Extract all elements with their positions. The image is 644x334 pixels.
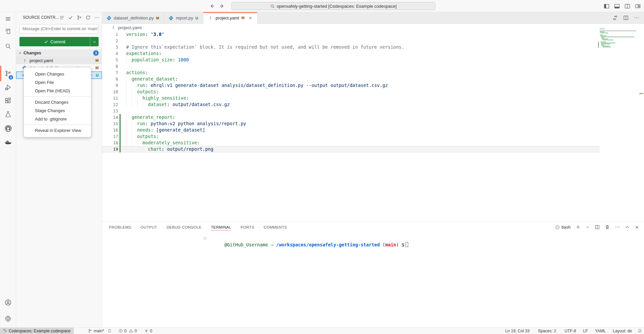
maximize-panel-icon[interactable]	[625, 225, 630, 230]
ports-count: 0	[150, 329, 152, 333]
activity-bar: 3	[0, 12, 16, 327]
command-center-search[interactable]: opensafely-getting-started [Codespaces: …	[231, 2, 435, 10]
close-panel-icon[interactable]	[635, 225, 639, 230]
code-line: 4expectations:	[102, 50, 600, 57]
file-name: project.yaml	[30, 58, 53, 63]
customize-layout-icon[interactable]	[635, 3, 641, 9]
minimap-line	[600, 31, 639, 31]
code-line: 19 chart: output/report.png	[102, 146, 600, 152]
commit-button[interactable]: Commit	[19, 37, 99, 46]
line-number: 10	[102, 89, 118, 95]
encoding-item[interactable]: UTF-8	[562, 328, 578, 334]
menu-item-discard-changes[interactable]: Discard Changes	[24, 98, 91, 106]
branch-status-item[interactable]: main*	[86, 328, 114, 334]
panel-tab-comments[interactable]: COMMENTS	[264, 222, 287, 232]
indentation-item[interactable]: Spaces: 2	[536, 328, 558, 334]
tab-report-py[interactable]: report.py U	[164, 12, 203, 24]
menu-item-open-file-head[interactable]: Open File (HEAD)	[24, 87, 91, 95]
code-line: 5 population_size: 1000	[102, 57, 600, 63]
git-status-letter: U	[96, 73, 99, 77]
github-icon[interactable]	[0, 122, 16, 135]
code-line: 7actions:	[102, 69, 600, 76]
notifications-bell-icon[interactable]	[638, 329, 642, 333]
minimap-line	[600, 47, 639, 47]
eol-item[interactable]: LF	[581, 328, 590, 334]
menu-item-open-changes[interactable]: Open Changes	[24, 70, 91, 78]
terminal-dropdown-icon[interactable]	[586, 225, 590, 229]
branch-create-icon[interactable]	[77, 15, 82, 20]
overview-ruler-mark	[639, 93, 643, 94]
split-editor-icon[interactable]	[623, 15, 629, 20]
split-editor-layout-icon[interactable]	[625, 3, 630, 9]
tab-dataset-definition[interactable]: dataset_definition.py M	[102, 12, 164, 24]
menu-separator	[24, 125, 91, 125]
explorer-icon[interactable]	[0, 25, 16, 38]
menu-icon[interactable]	[0, 12, 16, 26]
cursor-position-item[interactable]: Ln 19, Col 33	[503, 328, 532, 334]
kill-terminal-trash-icon[interactable]	[605, 225, 610, 230]
yaml-file-icon: !	[208, 15, 213, 20]
sync-icon	[107, 329, 112, 333]
open-changes-icon[interactable]	[612, 15, 618, 20]
scm-file-project-yaml[interactable]: ! project.yaml M	[16, 57, 102, 64]
keyboard-layout-item[interactable]: Layout: de	[611, 328, 634, 334]
split-terminal-icon[interactable]	[595, 225, 600, 230]
docker-icon[interactable]	[0, 136, 16, 149]
menu-item-add-to-gitignore[interactable]: Add to .gitignore	[24, 115, 91, 123]
minimap-line	[600, 46, 639, 46]
tab-project-yaml[interactable]: ! project.yaml M	[203, 12, 258, 24]
ports-status-item[interactable]: 0	[142, 328, 154, 334]
command-center-text: opensafely-getting-started [Codespaces: …	[277, 4, 397, 9]
search-view-icon[interactable]	[0, 40, 16, 53]
commit-check-icon[interactable]	[68, 15, 73, 20]
modified-line-indicator	[119, 146, 121, 152]
remote-indicator[interactable]: Codespaces: Example codespace	[0, 328, 74, 334]
panel-tab-output[interactable]: OUTPUT	[141, 222, 157, 232]
code-line: 6	[102, 63, 600, 69]
editor-code-area[interactable]: 1version: '3.0'23# Ignore this`expectati…	[102, 31, 644, 222]
more-actions-icon[interactable]	[94, 15, 99, 20]
panel-tab-problems[interactable]: PROBLEMS	[109, 222, 131, 232]
problems-status-item[interactable]: 0 0	[116, 328, 139, 334]
changes-section-header[interactable]: Changes 3	[16, 49, 102, 57]
toggle-panel-icon[interactable]	[614, 3, 620, 9]
code-line: 1version: '3.0'	[102, 31, 600, 38]
commit-message-input[interactable]: Message (Ctrl+Enter to commit on 'main')	[19, 24, 99, 34]
modified-line-indicator	[119, 121, 121, 127]
source-control-icon[interactable]	[0, 67, 16, 80]
line-number: 3	[102, 44, 118, 50]
terminal-shell-label[interactable]: bash	[555, 225, 571, 230]
editor-more-actions-icon[interactable]	[634, 15, 639, 20]
yaml-file-icon: !	[22, 58, 28, 63]
panel-tab-ports[interactable]: PORTS	[240, 222, 254, 232]
refresh-icon[interactable]	[86, 15, 91, 20]
language-mode-item[interactable]: YAML	[593, 328, 608, 334]
forward-icon[interactable]	[219, 3, 225, 9]
close-tab-icon[interactable]	[248, 16, 253, 20]
line-number: 18	[102, 140, 118, 146]
panel-tab-debug-console[interactable]: DEBUG CONSOLE	[166, 222, 201, 232]
menu-item-reveal-in-explorer[interactable]: Reveal in Explorer View	[24, 126, 91, 135]
terminal[interactable]: @GitHub_Username → /workspaces/opensafel…	[102, 235, 644, 242]
extensions-icon[interactable]	[0, 94, 16, 107]
code-line: 2	[102, 38, 600, 44]
minimap[interactable]	[600, 29, 639, 59]
commit-dropdown-button[interactable]	[90, 37, 99, 46]
overview-ruler[interactable]	[639, 12, 644, 222]
account-icon[interactable]	[0, 296, 16, 309]
menu-item-stage-changes[interactable]: Stage Changes	[24, 106, 91, 115]
new-terminal-icon[interactable]	[576, 225, 581, 230]
testing-beaker-icon[interactable]	[0, 108, 16, 121]
changes-count-badge: 3	[93, 50, 99, 56]
settings-gear-icon[interactable]	[0, 312, 16, 325]
line-number: 9	[102, 82, 118, 89]
menu-item-open-file[interactable]: Open File	[24, 78, 91, 87]
panel-tab-terminal[interactable]: TERMINAL	[211, 222, 231, 232]
breadcrumb[interactable]: ! project.yaml	[102, 24, 644, 31]
line-number: 11	[102, 95, 118, 101]
panel-more-actions-icon[interactable]	[615, 225, 620, 230]
toggle-sidebar-icon[interactable]	[604, 3, 609, 9]
run-debug-icon[interactable]	[0, 81, 16, 94]
view-as-list-icon[interactable]	[59, 15, 64, 20]
back-icon[interactable]	[209, 3, 215, 9]
